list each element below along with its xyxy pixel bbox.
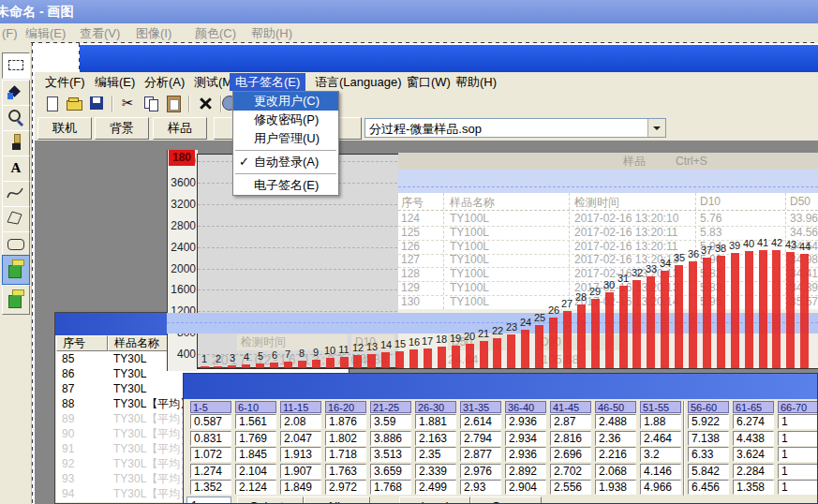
- dist-cell-r5-c4[interactable]: 2.972: [325, 480, 366, 495]
- open-file-icon[interactable]: [64, 93, 84, 114]
- dist-cell-r4-c3[interactable]: 1.907: [280, 464, 321, 479]
- copy-icon[interactable]: [141, 93, 161, 114]
- dist-cell-r5-c9[interactable]: 2.556: [550, 480, 591, 495]
- dist-cell-r5-c8[interactable]: 2.904: [505, 480, 546, 495]
- dist-cell-r1-c7[interactable]: 2.614: [460, 414, 501, 429]
- dist-cell-r3-c13[interactable]: 3.624: [733, 447, 774, 462]
- dist-cell-r4-c12[interactable]: 5.842: [688, 464, 729, 479]
- app-menu-5[interactable]: 语言(Language): [309, 73, 408, 91]
- dist-cell-r5-c1[interactable]: 1.352: [190, 480, 231, 495]
- dist-cell-r4-c4[interactable]: 1.763: [325, 464, 366, 479]
- dist-cell-r5-c11[interactable]: 4.966: [640, 480, 681, 495]
- dist-cell-r3-c12[interactable]: 6.33: [688, 447, 729, 462]
- cube-icon-selected[interactable]: [2, 255, 30, 285]
- dist-cell-r3-c5[interactable]: 3.513: [370, 447, 411, 462]
- dist-cell-r4-c1[interactable]: 1.274: [190, 464, 231, 479]
- dist-cell-r5-c2[interactable]: 2.124: [235, 480, 276, 495]
- dist-cell-r2-c14[interactable]: 1: [778, 431, 818, 446]
- cube-icon[interactable]: [2, 285, 30, 315]
- app-menu-4[interactable]: 电子签名(E): [230, 73, 305, 91]
- control-button-load[interactable]: Load: [399, 497, 470, 504]
- dist-cell-r3-c14[interactable]: 1: [778, 447, 818, 462]
- dist-cell-r3-c11[interactable]: 3.2: [640, 447, 681, 462]
- app-menu-2[interactable]: 分析(A): [139, 73, 190, 91]
- dist-cell-r2-c9[interactable]: 2.816: [550, 431, 591, 446]
- index-input[interactable]: 1: [186, 497, 231, 504]
- dist-cell-r1-c10[interactable]: 2.488: [595, 414, 636, 429]
- dist-cell-r1-c1[interactable]: 0.587: [190, 414, 231, 429]
- dist-cell-r5-c12[interactable]: 6.456: [688, 480, 729, 495]
- combobox-dropdown-arrow-icon[interactable]: [647, 119, 665, 137]
- dist-cell-r2-c1[interactable]: 0.831: [190, 431, 231, 446]
- dist-cell-r2-c11[interactable]: 2.464: [640, 431, 681, 446]
- selection-marquee-left[interactable]: [32, 42, 33, 504]
- dist-cell-r3-c6[interactable]: 2.35: [415, 447, 456, 462]
- dist-cell-r5-c3[interactable]: 1.849: [280, 480, 321, 495]
- dist-cell-r3-c4[interactable]: 1.718: [325, 447, 366, 462]
- dist-cell-r5-c13[interactable]: 1.358: [733, 480, 774, 495]
- dist-cell-r4-c7[interactable]: 2.976: [460, 464, 501, 479]
- app-menu-0[interactable]: 文件(F): [39, 73, 91, 91]
- dist-cell-r2-c10[interactable]: 2.36: [595, 431, 636, 446]
- dist-cell-r4-c11[interactable]: 4.146: [640, 464, 681, 479]
- dropdown-item-4[interactable]: 自动登录(A): [233, 153, 338, 171]
- sop-combobox[interactable]: 分过程-微量样品.sop: [364, 118, 666, 138]
- control-button-save[interactable]: Save: [470, 497, 542, 504]
- paint-menu-0[interactable]: (F): [2, 23, 18, 43]
- dist-cell-r4-c6[interactable]: 2.339: [415, 464, 456, 479]
- dist-cell-r2-c4[interactable]: 1.802: [325, 431, 366, 446]
- new-file-icon[interactable]: [41, 93, 62, 114]
- dist-cell-r2-c2[interactable]: 1.769: [235, 431, 276, 446]
- dist-cell-r2-c3[interactable]: 2.047: [280, 431, 321, 446]
- dist-cell-r1-c8[interactable]: 2.936: [505, 414, 546, 429]
- dist-cell-r3-c8[interactable]: 2.936: [505, 447, 546, 462]
- dropdown-item-1[interactable]: 修改密码(P): [233, 111, 338, 129]
- delete-icon[interactable]: [195, 93, 216, 114]
- dist-cell-r4-c14[interactable]: 1: [778, 464, 818, 479]
- text-tool-icon[interactable]: A: [2, 156, 30, 182]
- dist-cell-r1-c4[interactable]: 1.876: [325, 414, 366, 429]
- online-button[interactable]: 联机: [37, 117, 92, 140]
- paint-menu-4[interactable]: 颜色(C): [195, 23, 236, 43]
- dist-cell-r5-c10[interactable]: 1.938: [595, 480, 636, 495]
- dist-cell-r1-c13[interactable]: 6.274: [733, 414, 774, 429]
- dist-cell-r2-c13[interactable]: 4.438: [733, 431, 774, 446]
- app-menu-7[interactable]: 帮助(H): [450, 73, 502, 91]
- dist-cell-r4-c10[interactable]: 2.068: [595, 464, 636, 479]
- magnifier-tool-icon[interactable]: [2, 105, 30, 131]
- dist-cell-r2-c6[interactable]: 2.163: [415, 431, 456, 446]
- paint-menu-5[interactable]: 帮助(H): [251, 23, 292, 43]
- dist-cell-r2-c5[interactable]: 3.886: [370, 431, 411, 446]
- dist-cell-r4-c5[interactable]: 3.659: [370, 464, 411, 479]
- paint-menu-1[interactable]: 编辑(E): [25, 23, 66, 43]
- select-tool-icon[interactable]: [2, 52, 30, 79]
- paint-menu-3[interactable]: 图像(I): [136, 23, 171, 43]
- app-menu-6[interactable]: 窗口(W): [401, 73, 456, 91]
- dist-cell-r3-c1[interactable]: 1.072: [190, 447, 231, 462]
- dist-cell-r3-c7[interactable]: 2.877: [460, 447, 501, 462]
- dist-cell-r1-c6[interactable]: 1.881: [415, 414, 456, 429]
- dist-cell-r3-c9[interactable]: 2.696: [550, 447, 591, 462]
- sample-button[interactable]: 样品: [153, 117, 207, 140]
- results-row-124[interactable]: 124TY100L2017-02-16 13:20:105.7633.96: [398, 212, 818, 227]
- background-button[interactable]: 背景: [95, 117, 149, 140]
- dist-cell-r5-c14[interactable]: 1: [778, 480, 818, 495]
- dist-cell-r1-c2[interactable]: 1.561: [235, 414, 276, 429]
- app-menu-1[interactable]: 编辑(E): [89, 73, 141, 91]
- dist-cell-r1-c12[interactable]: 5.922: [688, 414, 729, 429]
- dist-cell-r4-c8[interactable]: 2.892: [505, 464, 546, 479]
- curve-tool-icon[interactable]: [2, 181, 30, 207]
- control-button-all[interactable]: All=: [304, 497, 370, 504]
- dist-cell-r5-c7[interactable]: 2.93: [460, 480, 501, 495]
- dist-cell-r2-c12[interactable]: 7.138: [688, 431, 729, 446]
- paste-icon[interactable]: [163, 93, 184, 114]
- dist-cell-r4-c2[interactable]: 2.104: [235, 464, 276, 479]
- dist-cell-r3-c3[interactable]: 1.913: [280, 447, 321, 462]
- paint-menu-2[interactable]: 查看(V): [80, 23, 120, 43]
- fill-tool-icon[interactable]: [2, 80, 30, 106]
- brush-tool-icon[interactable]: [2, 130, 30, 156]
- save-file-icon[interactable]: [86, 93, 107, 114]
- dist-cell-r1-c5[interactable]: 3.59: [370, 414, 411, 429]
- dist-cell-r2-c8[interactable]: 2.934: [505, 431, 546, 446]
- dist-cell-r3-c2[interactable]: 1.845: [235, 447, 276, 462]
